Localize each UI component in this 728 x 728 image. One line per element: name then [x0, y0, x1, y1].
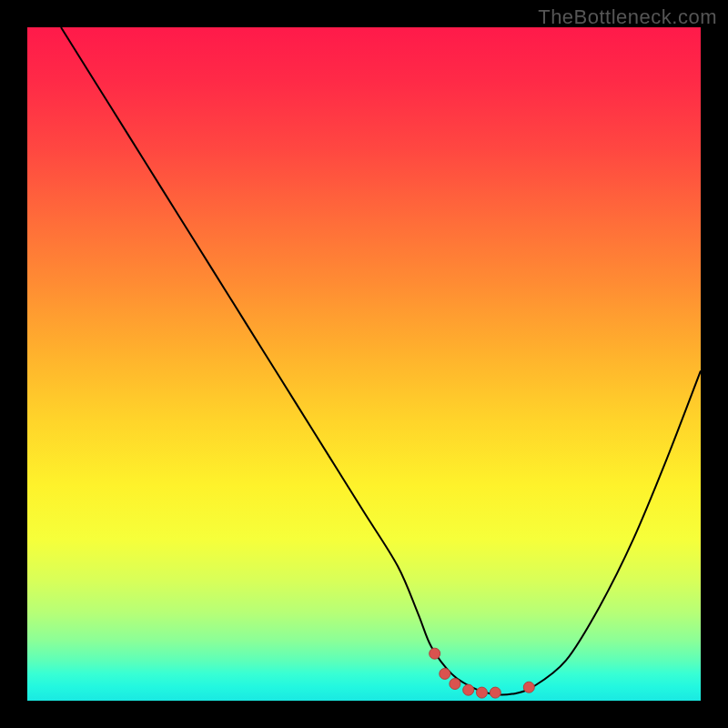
chart-frame: TheBottleneck.com	[0, 0, 728, 728]
curve-markers	[430, 648, 535, 698]
bottleneck-curve	[61, 27, 701, 695]
curve-marker	[440, 668, 450, 679]
curve-marker	[450, 679, 460, 690]
plot-area	[27, 27, 701, 701]
curve-marker	[523, 682, 534, 693]
curve-marker	[463, 684, 474, 695]
watermark-text: TheBottleneck.com	[538, 5, 717, 29]
curve-svg	[27, 27, 701, 701]
curve-marker	[477, 687, 488, 698]
curve-marker	[430, 648, 440, 659]
curve-marker	[490, 687, 500, 698]
